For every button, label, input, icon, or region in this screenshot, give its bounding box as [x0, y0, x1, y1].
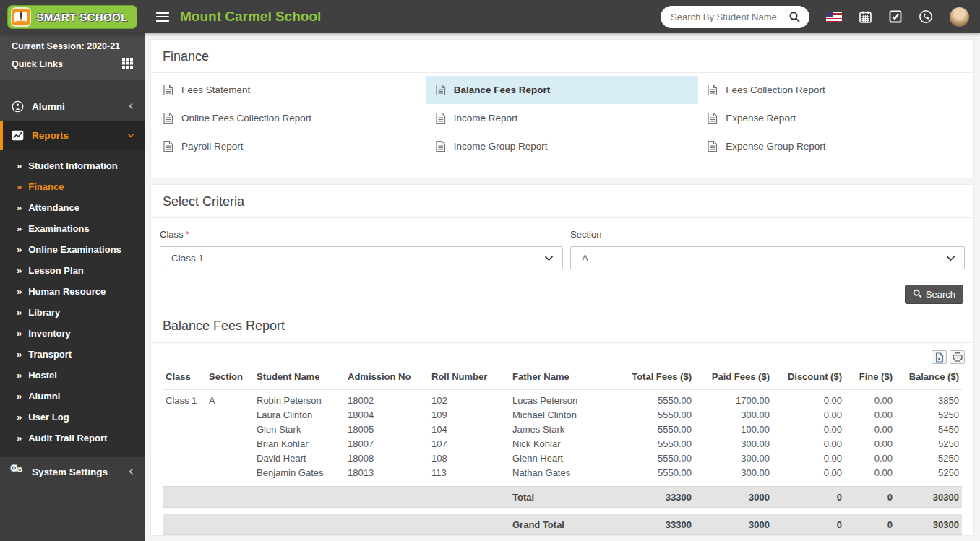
table-cell	[163, 451, 206, 466]
double-chevron-icon: »	[17, 349, 22, 360]
sidebar-subitem-lesson-plan[interactable]: »Lesson Plan	[0, 260, 145, 281]
table-cell: Benjamin Gates	[254, 466, 345, 480]
table-cell	[206, 423, 254, 437]
table-cell: Glen Stark	[254, 423, 345, 437]
finance-link-label: Income Report	[454, 113, 518, 124]
header-bar: SMART SCHOOL Mount Carmel School	[0, 0, 980, 33]
sidebar-subitem-library[interactable]: »Library	[0, 302, 145, 323]
sidebar-subitem-examinations[interactable]: »Examinations	[0, 218, 145, 239]
finance-link-fees-statement[interactable]: Fees Statement	[154, 76, 426, 104]
student-search-box	[661, 6, 809, 28]
sidebar-subitem-inventory[interactable]: »Inventory	[0, 323, 145, 344]
table-cell: 5250	[895, 437, 962, 451]
document-icon	[435, 140, 446, 152]
document-icon	[163, 140, 173, 152]
table-cell: 0.00	[845, 390, 895, 408]
search-button[interactable]: Search	[905, 285, 963, 304]
column-header-roll-number: Roll Number	[429, 365, 510, 390]
finance-link-label: Income Group Report	[454, 141, 548, 152]
print-icon[interactable]	[950, 350, 965, 364]
table-cell: 18007	[345, 437, 429, 451]
user-avatar[interactable]	[950, 7, 969, 27]
chevron-down-icon	[127, 132, 134, 139]
table-cell: James Stark	[510, 423, 616, 437]
finance-link-fees-collection-report[interactable]: Fees Collection Report	[698, 76, 971, 104]
sidebar-subitem-label: Library	[28, 307, 60, 318]
finance-link-label: Balance Fees Report	[454, 85, 551, 95]
table-cell: Glenn Heart	[510, 451, 616, 466]
table-cell: 0.00	[773, 390, 845, 408]
sidebar-toggle-icon[interactable]	[156, 12, 169, 22]
current-session-label: Current Session: 2020-21	[12, 41, 133, 51]
finance-link-income-report[interactable]: Income Report	[426, 104, 699, 132]
table-cell: 0	[845, 487, 895, 508]
sidebar-item-alumni[interactable]: Alumni	[0, 92, 145, 121]
whatsapp-icon[interactable]	[919, 9, 933, 24]
sidebar-subitem-label: Audit Trail Report	[28, 433, 107, 443]
sidebar-subitem-user-log[interactable]: »User Log	[0, 407, 145, 428]
table-cell: 300.00	[695, 437, 773, 451]
sidebar-item-reports[interactable]: Reports	[0, 121, 145, 150]
table-cell: 0.00	[845, 466, 895, 480]
search-icon[interactable]	[788, 11, 801, 23]
sidebar-subitem-student-information[interactable]: »Student Information	[0, 155, 145, 176]
sidebar-item-system-settings[interactable]: ⚙⚙ System Settings	[0, 457, 145, 486]
sidebar-subitem-alumni[interactable]: »Alumni	[0, 386, 145, 407]
double-chevron-icon: »	[17, 160, 22, 171]
reports-chart-icon	[10, 130, 25, 141]
search-input[interactable]	[671, 12, 788, 22]
class-select[interactable]: Class 1	[160, 246, 563, 269]
export-toolbar	[151, 343, 973, 365]
double-chevron-icon: »	[17, 433, 22, 443]
double-chevron-icon: »	[17, 391, 22, 402]
table-row: Benjamin Gates18013113Nathan Gates5550.0…	[163, 466, 962, 480]
finance-link-balance-fees-report[interactable]: Balance Fees Report	[426, 76, 699, 104]
finance-link-label: Fees Statement	[181, 85, 250, 95]
sidebar-menu: Alumni Reports »Student Information»Fina…	[0, 92, 145, 486]
sidebar-subitem-online-examinations[interactable]: »Online Examinations	[0, 239, 145, 260]
table-cell: 300.00	[695, 408, 773, 423]
school-name-title: Mount Carmel School	[180, 9, 321, 25]
document-icon	[163, 112, 173, 124]
sidebar-subitem-human-resource[interactable]: »Human Resource	[0, 281, 145, 302]
table-cell: 33300	[616, 487, 695, 508]
table-cell: 5550.00	[616, 437, 695, 451]
tasks-icon[interactable]	[889, 10, 902, 23]
quick-links-grid-icon[interactable]	[122, 58, 133, 71]
language-flag-icon[interactable]	[826, 12, 842, 22]
sidebar-subitem-transport[interactable]: »Transport	[0, 344, 145, 365]
chevron-down-icon	[946, 253, 955, 264]
finance-link-label: Expense Report	[726, 113, 796, 124]
sidebar-subitem-audit-trail-report[interactable]: »Audit Trail Report	[0, 428, 145, 449]
finance-link-payroll-report[interactable]: Payroll Report	[154, 132, 426, 160]
finance-link-expense-report[interactable]: Expense Report	[698, 104, 971, 132]
column-header-paid-fees: Paid Fees ($)	[695, 365, 773, 390]
calendar-icon[interactable]	[859, 10, 872, 24]
sidebar-subitem-label: Hostel	[28, 370, 57, 381]
app-logo[interactable]: SMART SCHOOL	[0, 0, 145, 33]
table-cell: Total	[510, 487, 616, 508]
sidebar-subitem-label: Alumni	[28, 391, 60, 402]
finance-link-income-group-report[interactable]: Income Group Report	[426, 132, 699, 160]
quick-links-row[interactable]: Quick Links	[12, 58, 133, 71]
table-cell: 0.00	[845, 451, 895, 466]
column-header-student-name: Student Name	[254, 365, 345, 390]
sidebar-subitem-finance[interactable]: »Finance	[0, 176, 145, 197]
section-select[interactable]: A	[570, 246, 965, 269]
double-chevron-icon: »	[17, 307, 22, 318]
table-cell: 5250	[895, 408, 962, 423]
section-select-value: A	[582, 253, 588, 264]
table-cell	[206, 437, 254, 451]
finance-link-online-fees-collection-report[interactable]: Online Fees Collection Report	[154, 104, 426, 132]
required-asterisk: *	[186, 229, 189, 240]
finance-link-expense-group-report[interactable]: Expense Group Report	[698, 132, 971, 160]
table-cell: 3000	[695, 487, 773, 508]
table-cell: 0	[845, 514, 895, 535]
export-excel-icon[interactable]	[932, 350, 947, 364]
sidebar-subitem-attendance[interactable]: »Attendance	[0, 197, 145, 218]
chevron-left-icon	[128, 103, 134, 110]
sidebar-subitem-hostel[interactable]: »Hostel	[0, 365, 145, 386]
search-icon	[913, 289, 922, 300]
table-row: Glen Stark18005104James Stark5550.00100.…	[163, 423, 962, 437]
main-content: Finance Fees StatementBalance Fees Repor…	[145, 33, 980, 541]
